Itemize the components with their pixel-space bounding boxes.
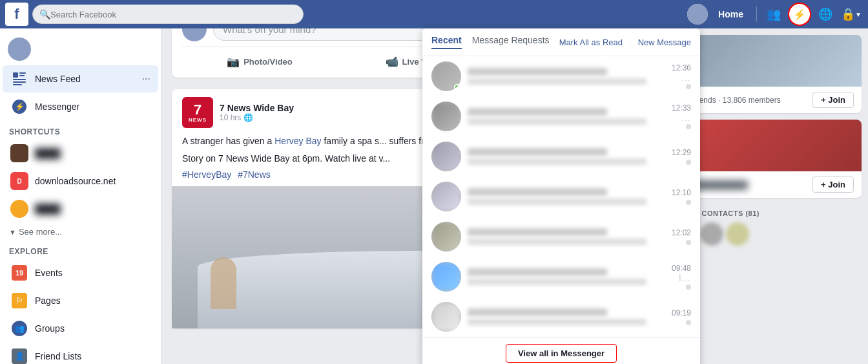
read-indicator (686, 320, 691, 325)
notifications-icon-button[interactable]: 🌐 (814, 3, 837, 26)
message-time-value: 12:29 (672, 148, 691, 157)
friends-icon: 👥 (767, 7, 781, 21)
messenger-dropdown: Recent Message Requests Mark All as Read… (422, 28, 700, 347)
group-card-2: ████████████ + Join (674, 120, 862, 198)
message-content (468, 188, 666, 205)
message-time: 09:48 l... (672, 264, 691, 290)
shortcut-avatar-downloadsource: D (10, 172, 28, 190)
message-avatar-img (431, 142, 461, 171)
message-time: 09:19 (672, 308, 691, 325)
message-time-value: 12:36 (672, 63, 691, 72)
page-logo: 7 NEWS (182, 97, 213, 128)
message-item[interactable]: 09:48 l... (422, 257, 700, 297)
message-avatar-img (431, 182, 461, 211)
message-item[interactable]: 09:19 (422, 297, 700, 337)
chevron-down-icon: ▼ (855, 11, 862, 18)
message-avatar (431, 182, 461, 211)
messenger-icon: ⚡ (10, 98, 28, 116)
message-content (468, 228, 666, 245)
pages-label: Pages (35, 295, 150, 306)
events-icon: 19 (10, 264, 28, 282)
photo-video-button-1[interactable]: 📷 Photo/Video (182, 52, 337, 71)
messenger-icon-button[interactable]: ⚡ (788, 3, 811, 26)
shortcuts-see-more[interactable]: ▼ See more... (0, 223, 161, 241)
contact-avatar[interactable] (726, 222, 749, 246)
news-feed-label: News Feed (35, 74, 142, 84)
message-item[interactable]: 12:02 (422, 217, 700, 257)
message-item[interactable]: 12:10 (422, 177, 700, 217)
action-separator: · (629, 37, 632, 47)
friends-icon-button[interactable]: 👥 (762, 3, 785, 26)
photo-video-icon-1: 📷 (227, 56, 240, 68)
sidebar-item-shortcut-downloadsource[interactable]: D downloadsource.net (3, 167, 158, 195)
sidebar-item-groups[interactable]: 👥 Groups (3, 315, 158, 342)
messenger-lightning-icon: ⚡ (793, 8, 806, 21)
globe-meta-icon: 🌐 (243, 113, 253, 122)
tab-message-requests[interactable]: Message Requests (472, 35, 550, 49)
header: f 🔍 Home 👥 ⚡ 🌐 🔒 ▼ (0, 0, 868, 28)
message-item[interactable]: 12:29 (422, 136, 700, 177)
sidebar-user-profile[interactable] (0, 34, 161, 65)
message-time: 12:36 ... (672, 63, 691, 89)
shortcut-avatar-3 (10, 200, 28, 218)
shortcuts-see-more-label: See more... (19, 227, 62, 237)
message-preview (468, 319, 646, 325)
sidebar-item-events[interactable]: 19 Events (3, 259, 158, 286)
svg-rect-2 (19, 75, 25, 76)
search-input[interactable] (50, 10, 296, 19)
events-label: Events (35, 268, 150, 278)
sidebar-item-shortcut-3[interactable]: ████ (3, 195, 158, 222)
sidebar-item-shortcut-1[interactable]: ████ (3, 140, 158, 167)
message-avatar (431, 222, 461, 252)
news-logo-news: NEWS (189, 117, 207, 123)
search-bar[interactable]: 🔍 (32, 5, 304, 24)
home-button[interactable]: Home (710, 5, 751, 23)
read-indicator (686, 160, 691, 165)
view-all-messenger-button[interactable]: View all in Messenger (506, 344, 617, 347)
message-preview (468, 239, 646, 245)
hervey-bay-link[interactable]: Hervey Bay (274, 136, 321, 146)
message-time-value: 09:19 (672, 308, 691, 317)
messenger-tabs: Recent Message Requests (431, 35, 550, 49)
sidebar-item-news-feed[interactable]: News Feed ··· (3, 65, 158, 92)
join-button-2[interactable]: + Join (812, 177, 854, 193)
hashtag-7news[interactable]: #7News (238, 169, 271, 180)
message-sender-name (468, 228, 607, 236)
header-nav: Home 👥 ⚡ 🌐 🔒 ▼ (304, 3, 863, 26)
hashtag-hervey-bay[interactable]: #HerveyBay (182, 169, 231, 180)
news-feed-options[interactable]: ··· (142, 73, 150, 85)
tab-recent[interactable]: Recent (431, 35, 462, 49)
live-video-icon: 📹 (386, 56, 398, 68)
read-indicator (686, 240, 691, 245)
contact-avatar[interactable] (700, 222, 723, 246)
facebook-logo: f (5, 3, 28, 26)
message-time-value: 12:02 (672, 228, 691, 237)
pages-icon: 🏳 (10, 292, 28, 310)
photo-video-label-1: Photo/Video (243, 57, 293, 67)
message-sender-name (468, 308, 607, 316)
new-message-link[interactable]: New Message (638, 37, 691, 47)
message-content (468, 268, 666, 285)
message-time-value: 12:33 (672, 103, 691, 112)
message-avatar (431, 302, 461, 332)
sidebar-item-friend-lists[interactable]: 👤 Friend Lists (3, 343, 158, 347)
message-item[interactable]: 12:36 ... (422, 56, 700, 96)
sidebar-item-messenger[interactable]: ⚡ Messenger (3, 93, 158, 120)
group-footer-1: 53 friends · 13,806 members + Join (674, 87, 862, 113)
online-indicator (454, 84, 460, 91)
mark-all-read-link[interactable]: Mark All as Read (559, 37, 623, 47)
svg-rect-5 (13, 84, 22, 85)
message-time: 12:02 (672, 228, 691, 245)
settings-icon-button[interactable]: 🔒 ▼ (840, 3, 863, 26)
globe-icon: 🌐 (818, 7, 832, 21)
shortcut-label-1: ████ (35, 148, 150, 158)
svg-rect-4 (13, 81, 26, 83)
message-time-value: 09:48 (672, 264, 691, 273)
sidebar-item-pages[interactable]: 🏳 Pages (3, 287, 158, 314)
group-footer-2: ████████████ + Join (674, 171, 862, 198)
explore-section-header: EXPLORE (0, 241, 161, 259)
message-item[interactable]: 12:33 ... (422, 96, 700, 136)
message-dots: l... (672, 273, 691, 283)
join-button-1[interactable]: + Join (812, 92, 854, 108)
avatar[interactable] (687, 4, 708, 25)
